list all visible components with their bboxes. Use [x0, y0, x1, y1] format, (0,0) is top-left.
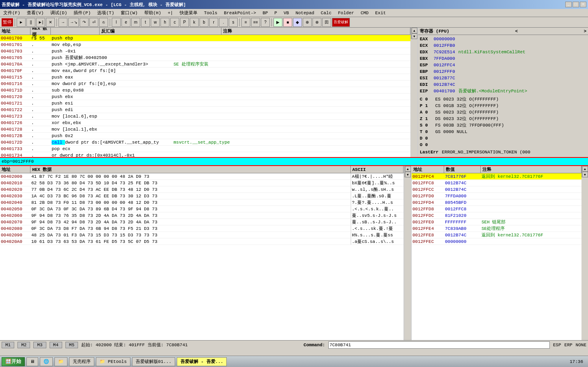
menu-options[interactable]: 选项(T)	[95, 9, 116, 17]
aiyai-btn[interactable]: 吾爱破解	[332, 18, 350, 27]
hex-row[interactable]: 0040209048 25 DA 73 01 F3 DA 73 15 D3 73…	[0, 232, 404, 238]
disasm-row[interactable]: 0040170F.mov eax,dword ptr fs:[0]	[0, 68, 410, 74]
start-button[interactable]: 🪟 开始	[2, 357, 25, 366]
reg-nav-right[interactable]: >	[584, 29, 586, 34]
btn-dot[interactable]: .	[219, 18, 228, 27]
hex-scroll-down[interactable]: ▼	[405, 172, 411, 177]
stop-label[interactable]: 暂停	[2, 18, 13, 26]
plugin-btn-5[interactable]: ⊗	[312, 18, 321, 27]
hex-row[interactable]: 004020800F 3C DA 73 D8 F7 DA 73 6B 94 D8…	[0, 225, 404, 232]
cmd-input[interactable]	[328, 341, 550, 349]
btn-s[interactable]: s	[229, 18, 238, 27]
disasm-row[interactable]: 00401726.xor ebx,ebx	[0, 120, 410, 126]
stack-row[interactable]: 0012FFD07FFDA000	[412, 193, 581, 199]
btn-h[interactable]: h	[161, 18, 169, 27]
plugin-btn-1[interactable]: ▶	[273, 18, 282, 27]
disasm-scrollbar[interactable]: ▲ ▼	[411, 28, 417, 39]
step-into-button[interactable]: →	[59, 18, 67, 27]
btn-help[interactable]: ?	[261, 18, 270, 27]
btn-l[interactable]: l	[112, 18, 121, 27]
taskbar-item-3[interactable]: 吾爱破解版01...	[132, 357, 175, 366]
menu-folder[interactable]: Folder	[336, 10, 356, 16]
status-tab-m5[interactable]: M5	[65, 342, 78, 348]
plugin-btn-6[interactable]: 田	[322, 18, 331, 27]
menu-notepad[interactable]: Notepad	[294, 10, 316, 16]
menu-view[interactable]: 查看(V)	[25, 9, 46, 17]
hex-scrollbar[interactable]: ▲ ▼	[404, 166, 411, 177]
stack-row[interactable]: 0012FFC47C81776F返回到 kernel32.7C81776F	[412, 173, 581, 180]
stack-row[interactable]: 0012FFE0FFFFFFFFSEH 链尾部	[412, 219, 581, 225]
plugin-btn-4[interactable]: ⊕	[303, 18, 312, 27]
menu-debug[interactable]: 调试(D)	[49, 9, 69, 17]
run-to-sel[interactable]: ⎋	[99, 18, 108, 27]
btn-m[interactable]: m	[131, 18, 140, 27]
menu-cmd[interactable]: CMD	[359, 10, 370, 16]
menu-tools[interactable]: Tools	[202, 10, 219, 16]
plugin-btn-3[interactable]: ◆	[293, 18, 302, 27]
hex-row[interactable]: 004020609F 94 D8 73 76 35 D8 73 2D 4A DA…	[0, 212, 404, 219]
taskbar-ie-icon[interactable]: 🌐	[40, 357, 53, 366]
status-tab-m4[interactable]: M4	[50, 342, 62, 348]
disasm-rows[interactable]: 00401700r$ 55push ebp00401701.mov ebp,es…	[0, 35, 410, 157]
hex-row[interactable]: 0040201062 58 D3 73 36 80 D4 73 5D 10 D4…	[0, 180, 404, 186]
btn-k[interactable]: k	[190, 18, 199, 27]
taskbar-item-4[interactable]: 吾爱破解 - 吾爱...	[177, 357, 227, 366]
maximize-button[interactable]: □	[573, 2, 579, 7]
status-tab-m1[interactable]: M1	[2, 342, 14, 348]
stack-row[interactable]: 0012FFD480545BFD	[412, 199, 581, 206]
disasm-row[interactable]: 0040172B.push 0x2	[0, 133, 410, 139]
stack-row[interactable]: 0012FFD80012FFC8	[412, 206, 581, 212]
disasm-row[interactable]: 0040172D.call dword ptr ds:[<&MSVCRT.__s…	[0, 139, 410, 146]
close-button[interactable]: ×	[580, 2, 586, 7]
run-to-ret[interactable]: ⏎	[89, 18, 98, 27]
plugin-btn-2[interactable]: ■	[283, 18, 292, 27]
btn-list[interactable]: ≡	[241, 18, 250, 27]
disasm-row[interactable]: 00401701.mov ebp,esp	[0, 42, 410, 48]
stack-scroll-up[interactable]: ▲	[582, 166, 588, 172]
hex-row[interactable]: 004020709F 94 D8 73 42 94 D8 73 2D 4A DA…	[0, 219, 404, 225]
pause-button[interactable]: ||	[26, 18, 35, 27]
menu-calc[interactable]: Calc	[319, 10, 333, 16]
btn-r[interactable]: r	[209, 18, 218, 27]
minimize-button[interactable]: _	[565, 2, 572, 7]
menu-file[interactable]: 文件(F)	[2, 9, 22, 17]
scroll-up-button[interactable]: ▲	[412, 28, 417, 33]
btn-w[interactable]: w	[151, 18, 160, 27]
menu-help[interactable]: 帮助(H)	[143, 9, 163, 17]
stack-rows[interactable]: 0012FFC47C81776F返回到 kernel32.7C81776F001…	[412, 173, 581, 340]
taskbar-item-1[interactable]: 无壳程序	[69, 357, 94, 366]
status-tab-m2[interactable]: M2	[17, 342, 30, 348]
disasm-row[interactable]: 00401728.mov [local.1],ebx	[0, 126, 410, 133]
disasm-row[interactable]: 00401700r$ 55push ebp	[0, 35, 410, 42]
disasm-row[interactable]: 00401703.push -0x1	[0, 48, 410, 55]
stack-scrollbar[interactable]: ▲ ▼	[581, 166, 588, 177]
hex-row[interactable]: 0040204081 2B D8 73 F0 11 D8 73 00 00 00…	[0, 199, 404, 206]
hex-row[interactable]: 0040200041 B7 7C F2 1E 80 7C 00 00 00 00…	[0, 173, 404, 180]
btn-b[interactable]: b	[200, 18, 208, 27]
disasm-row[interactable]: 00401720.push ebx	[0, 94, 410, 100]
menu-window[interactable]: 窗口(W)	[119, 9, 139, 17]
btn-t[interactable]: t	[141, 18, 150, 27]
disasm-row[interactable]: 00401722.push edi	[0, 107, 410, 113]
step-out-button[interactable]: ↷	[80, 18, 89, 27]
stack-row[interactable]: 0012FFCC0012B74C	[412, 186, 581, 193]
menu-plugin[interactable]: 插件(P)	[72, 9, 92, 17]
btn-c[interactable]: c	[170, 18, 179, 27]
hex-row[interactable]: 004020500F 3C DA 73 0F 3C DA 73 89 6B D4…	[0, 206, 404, 212]
hex-row[interactable]: 004020A010 61 D3 73 63 53 DA 73 61 FE D5…	[0, 238, 404, 245]
stack-row[interactable]: 0012FFE47C839AB0SE处理程序	[412, 225, 581, 232]
disasm-row[interactable]: 00401723.mov [local.6],esp	[0, 113, 410, 120]
btn-list2[interactable]: ≡≡	[251, 18, 260, 27]
menu-vb[interactable]: VB	[282, 10, 291, 16]
taskbar-folder-icon[interactable]: 📁	[54, 357, 67, 366]
disasm-row[interactable]: 00401716.mov dword ptr fs:[0],esp	[0, 81, 410, 87]
disasm-row[interactable]: 00401721.push esi	[0, 100, 410, 107]
hex-rows[interactable]: 0040200041 B7 7C F2 1E 80 7C 00 00 00 00…	[0, 173, 404, 340]
hex-scroll-up[interactable]: ▲	[405, 166, 411, 172]
disasm-row[interactable]: 0040170A.push <jmp.&MSVCRT.__except_hand…	[0, 61, 410, 68]
disasm-row[interactable]: 0040171D.sub esp,0x68	[0, 87, 410, 94]
menu-p[interactable]: P	[273, 10, 279, 16]
stack-row[interactable]: 0012FFDC81F21020	[412, 212, 581, 219]
menu-bp[interactable]: BP	[261, 10, 269, 16]
scroll-down-button[interactable]: ▼	[412, 33, 417, 39]
